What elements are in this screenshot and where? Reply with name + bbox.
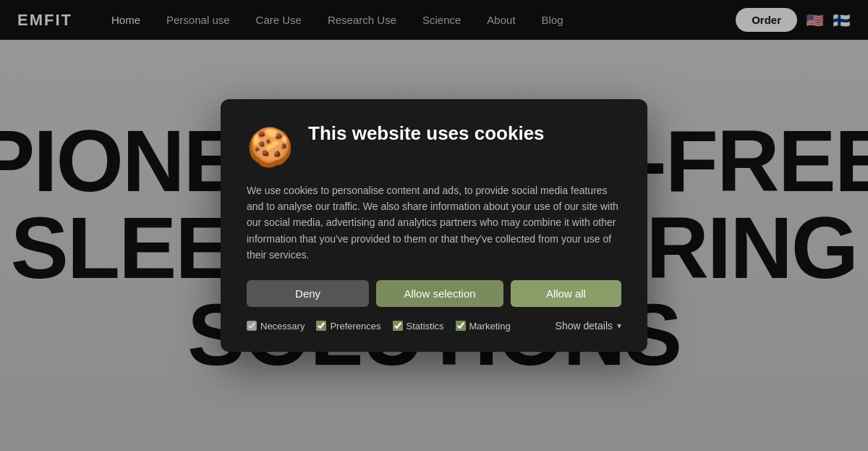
- cookie-icon: 🍪: [247, 125, 294, 169]
- cookie-checkboxes: Necessary Preferences Statistics Marketi…: [247, 321, 511, 332]
- chevron-down-icon: ▾: [617, 321, 621, 331]
- checkbox-necessary-label: Necessary: [260, 321, 305, 332]
- cookie-title: This website uses cookies: [308, 122, 545, 145]
- allow-selection-button[interactable]: Allow selection: [376, 280, 503, 307]
- cookie-footer: Necessary Preferences Statistics Marketi…: [247, 320, 621, 332]
- deny-button[interactable]: Deny: [247, 280, 369, 307]
- checkbox-statistics-input[interactable]: [393, 321, 403, 331]
- checkbox-statistics[interactable]: Statistics: [393, 321, 444, 332]
- checkbox-preferences-input[interactable]: [316, 321, 326, 331]
- cookie-buttons: Deny Allow selection Allow all: [247, 280, 621, 307]
- checkbox-necessary-input[interactable]: [247, 321, 257, 331]
- show-details-button[interactable]: Show details ▾: [556, 320, 621, 332]
- checkbox-preferences-label: Preferences: [330, 321, 380, 332]
- checkbox-marketing-input[interactable]: [456, 321, 466, 331]
- cookie-header: 🍪 This website uses cookies: [247, 122, 621, 169]
- checkbox-statistics-label: Statistics: [407, 321, 444, 332]
- checkbox-necessary[interactable]: Necessary: [247, 321, 305, 332]
- allow-all-button[interactable]: Allow all: [511, 280, 621, 307]
- checkbox-preferences[interactable]: Preferences: [316, 321, 380, 332]
- checkbox-marketing[interactable]: Marketing: [456, 321, 511, 332]
- cookie-modal: 🍪 This website uses cookies We use cooki…: [221, 99, 647, 353]
- checkbox-marketing-label: Marketing: [469, 321, 511, 332]
- cookie-body: We use cookies to personalise content an…: [247, 182, 621, 264]
- cookie-overlay: 🍪 This website uses cookies We use cooki…: [0, 0, 868, 451]
- show-details-label: Show details: [556, 320, 613, 332]
